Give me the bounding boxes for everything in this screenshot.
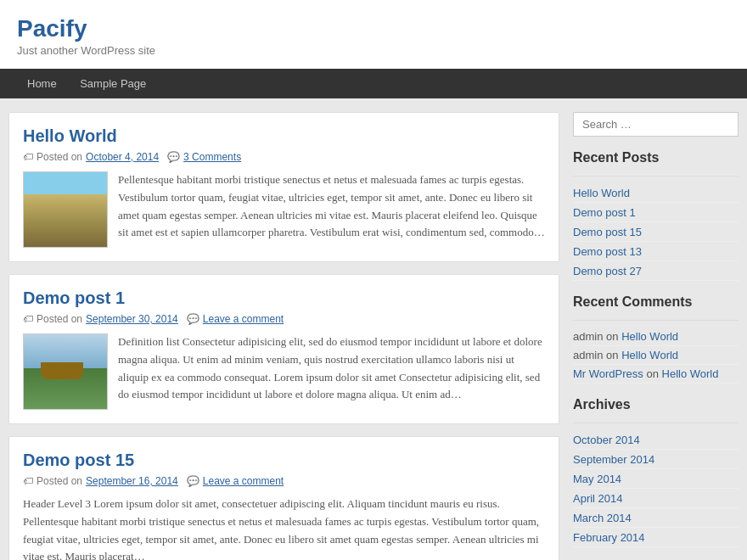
archive-link[interactable]: March 2014: [573, 512, 632, 524]
site-header: Pacify Just another WordPress site: [0, 0, 747, 69]
list-item: Demo post 15: [573, 222, 739, 242]
sidebar-recent-comments: Recent Comments admin on Hello World adm…: [573, 294, 739, 384]
post-body: Pellentesque habitant morbi tristique se…: [23, 171, 545, 248]
tag-icon: 🏷: [23, 151, 33, 163]
sidebar-search: [573, 112, 739, 137]
tag-icon: 🏷: [23, 475, 33, 487]
recent-post-link[interactable]: Demo post 27: [573, 265, 642, 277]
post-title-link[interactable]: Hello World: [23, 126, 117, 145]
post-body: Definition list Consectetur adipisicing …: [23, 333, 545, 410]
recent-post-link[interactable]: Demo post 1: [573, 206, 636, 219]
chat-icon: 💬: [187, 475, 199, 487]
posted-on-text: Posted on: [37, 151, 82, 163]
list-item: Demo post 1: [573, 203, 739, 222]
recent-post-link[interactable]: Demo post 13: [573, 245, 642, 258]
archive-link[interactable]: May 2014: [573, 473, 621, 485]
archive-link[interactable]: April 2014: [573, 492, 623, 505]
list-item: Demo post 27: [573, 261, 739, 281]
post-excerpt: Definition list Consectetur adipisicing …: [118, 333, 545, 410]
archive-link[interactable]: February 2014: [573, 531, 645, 544]
thumbnail-image: [24, 172, 107, 247]
recent-comments-list: admin on Hello World admin on Hello Worl…: [573, 328, 739, 384]
post-card: Hello World 🏷 Posted on October 4, 2014 …: [8, 112, 559, 262]
tag-icon: 🏷: [23, 313, 33, 325]
comment-post-link[interactable]: Hello World: [662, 367, 719, 380]
post-thumbnail: [23, 333, 108, 410]
post-comments-link[interactable]: Leave a comment: [203, 475, 284, 487]
comment-on: on: [606, 330, 621, 343]
comment-author: admin: [573, 349, 603, 361]
sidebar-recent-posts: Recent Posts Hello World Demo post 1 Dem…: [573, 150, 739, 281]
posted-on-text: Posted on: [37, 475, 82, 487]
nav-home[interactable]: Home: [17, 69, 67, 98]
post-meta: 🏷 Posted on October 4, 2014 💬 3 Comments: [23, 151, 545, 163]
post-date-link[interactable]: October 4, 2014: [86, 151, 159, 163]
archives-list: October 2014 September 2014 May 2014 Apr…: [573, 430, 739, 547]
comment-on: on: [646, 367, 661, 380]
thumbnail-image: [24, 334, 107, 409]
comment-on: on: [606, 349, 621, 361]
list-item: admin on Hello World: [573, 328, 739, 346]
nav-sample-page[interactable]: Sample Page: [70, 69, 156, 98]
post-title-link[interactable]: Demo post 15: [23, 451, 134, 469]
comment-post-link[interactable]: Hello World: [621, 349, 678, 361]
chat-icon: 💬: [167, 151, 180, 163]
content-wrap: Hello World 🏷 Posted on October 4, 2014 …: [0, 98, 747, 560]
main-content: Hello World 🏷 Posted on October 4, 2014 …: [8, 112, 559, 560]
chat-icon: 💬: [187, 313, 199, 325]
recent-post-link[interactable]: Hello World: [573, 187, 630, 199]
post-thumbnail: [23, 171, 108, 248]
recent-comments-title: Recent Comments: [573, 294, 739, 313]
post-comments-link[interactable]: Leave a comment: [203, 313, 284, 325]
post-date-link[interactable]: September 16, 2014: [86, 475, 178, 487]
divider: [573, 320, 739, 321]
list-item: October 2014: [573, 430, 739, 450]
post-title: Hello World: [23, 126, 545, 146]
divider: [573, 423, 739, 423]
post-title: Demo post 1: [23, 288, 545, 308]
list-item: March 2014: [573, 508, 739, 528]
post-meta: 🏷 Posted on September 16, 2014 💬 Leave a…: [23, 475, 545, 487]
site-nav: Home Sample Page: [0, 69, 747, 98]
post-comments-link[interactable]: 3 Comments: [183, 151, 241, 163]
search-input[interactable]: [573, 112, 739, 137]
comment-author: admin: [573, 330, 603, 343]
comment-author-link[interactable]: Mr WordPress: [573, 367, 643, 380]
post-title-link[interactable]: Demo post 1: [23, 288, 125, 307]
list-item: February 2014: [573, 528, 739, 547]
post-date-link[interactable]: September 30, 2014: [86, 313, 178, 325]
list-item: admin on Hello World: [573, 346, 739, 365]
list-item: May 2014: [573, 469, 739, 489]
list-item: Demo post 13: [573, 242, 739, 261]
recent-posts-list: Hello World Demo post 1 Demo post 15 Dem…: [573, 183, 739, 281]
site-title[interactable]: Pacify: [17, 15, 87, 42]
sidebar-archives: Archives October 2014 September 2014 May…: [573, 397, 739, 547]
post-card: Demo post 1 🏷 Posted on September 30, 20…: [8, 274, 559, 424]
divider: [573, 176, 739, 176]
post-excerpt: Pellentesque habitant morbi tristique se…: [118, 171, 545, 248]
post-excerpt: Header Level 3 Lorem ipsum dolor sit ame…: [23, 496, 545, 560]
post-card: Demo post 15 🏷 Posted on September 16, 2…: [8, 436, 559, 560]
post-title: Demo post 15: [23, 451, 545, 470]
list-item: September 2014: [573, 450, 739, 469]
recent-posts-title: Recent Posts: [573, 150, 739, 169]
recent-post-link[interactable]: Demo post 15: [573, 226, 642, 238]
posted-on-text: Posted on: [37, 313, 82, 325]
archive-link[interactable]: October 2014: [573, 434, 640, 446]
comment-post-link[interactable]: Hello World: [621, 330, 678, 343]
post-meta: 🏷 Posted on September 30, 2014 💬 Leave a…: [23, 313, 545, 325]
archive-link[interactable]: September 2014: [573, 453, 654, 466]
sidebar: Recent Posts Hello World Demo post 1 Dem…: [573, 112, 739, 560]
site-tagline: Just another WordPress site: [17, 44, 730, 57]
list-item: Hello World: [573, 183, 739, 203]
list-item: Mr WordPress on Hello World: [573, 365, 739, 384]
list-item: April 2014: [573, 489, 739, 508]
archives-title: Archives: [573, 397, 739, 416]
